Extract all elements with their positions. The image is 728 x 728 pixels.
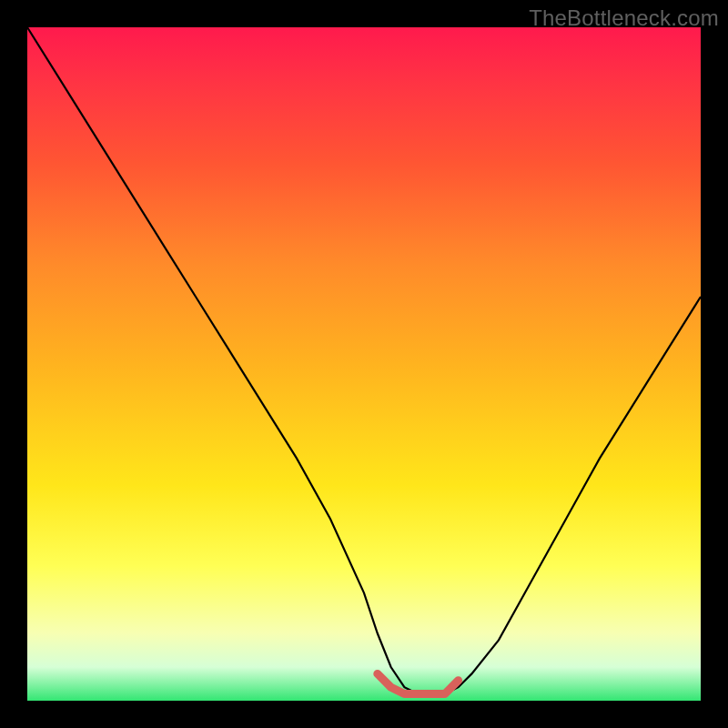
chart-svg (0, 0, 728, 728)
optimal-zone-highlight (378, 673, 459, 693)
chart-frame: TheBottleneck.com (0, 0, 728, 728)
bottleneck-curve (27, 27, 701, 694)
